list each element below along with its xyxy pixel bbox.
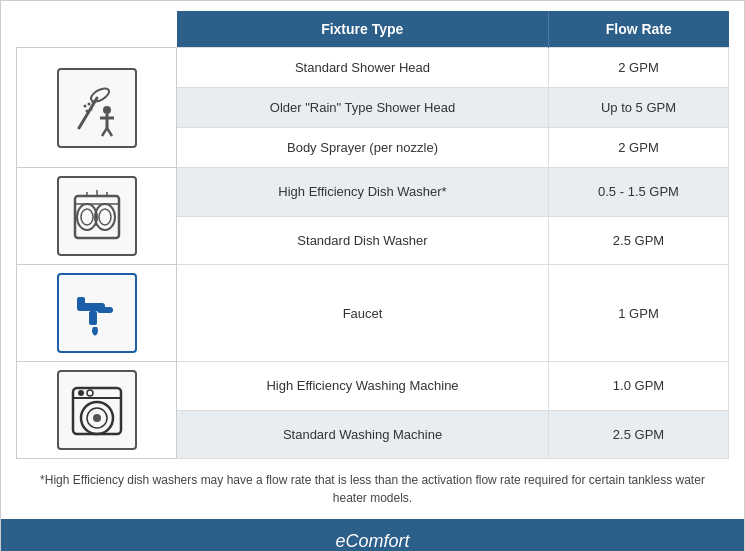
flow-rate-cell: 2 GPM (549, 128, 729, 168)
shower-icon-box (57, 68, 137, 148)
svg-point-2 (103, 106, 111, 114)
table-row: Faucet 1 GPM (17, 265, 729, 362)
flow-rate-cell: 1.0 GPM (549, 362, 729, 411)
svg-point-27 (78, 390, 84, 396)
fixture-name-cell: High Efficiency Washing Machine (177, 362, 549, 411)
shower-icon (67, 78, 127, 138)
table-row: High Efficiency Washing Machine 1.0 GPM (17, 362, 729, 411)
svg-point-11 (89, 107, 92, 110)
washer-icon-box (57, 370, 137, 450)
icon-col-header (17, 11, 177, 48)
svg-point-8 (87, 102, 90, 105)
svg-rect-23 (89, 311, 97, 325)
faucet-icon-cell (17, 265, 177, 362)
svg-rect-22 (97, 307, 113, 313)
fixture-name-cell: Standard Shower Head (177, 48, 549, 88)
svg-point-31 (93, 414, 101, 422)
svg-point-9 (91, 100, 94, 103)
svg-point-10 (85, 109, 88, 112)
fixture-name-cell: Faucet (177, 265, 549, 362)
table-row: Standard Shower Head 2 GPM (17, 48, 729, 88)
main-container: eCOMFORT.com Fixture Type Flow Rate (0, 0, 745, 551)
svg-line-5 (102, 128, 107, 136)
fixture-name-cell: Older "Rain" Type Shower Head (177, 88, 549, 128)
svg-rect-24 (77, 297, 85, 307)
fixture-name-cell: Standard Washing Machine (177, 410, 549, 459)
svg-line-6 (107, 128, 112, 136)
footer: eComfort (1, 519, 744, 551)
faucet-icon-box (57, 273, 137, 353)
dishwasher-icon-box (57, 176, 137, 256)
flow-rate-cell: 2.5 GPM (549, 216, 729, 265)
svg-point-16 (99, 209, 111, 225)
fixture-name-cell: High Efficiency Dish Washer* (177, 168, 549, 217)
flow-rate-header: Flow Rate (549, 11, 729, 48)
flow-rate-cell: 1 GPM (549, 265, 729, 362)
dishwasher-icon-cell (17, 168, 177, 265)
fixture-table: Fixture Type Flow Rate (16, 11, 729, 519)
faucet-icon (67, 283, 127, 343)
note-row: *High Efficiency dish washers may have a… (17, 459, 729, 520)
shower-icon-cell (17, 48, 177, 168)
washer-icon (67, 380, 127, 440)
fixture-type-header: Fixture Type (177, 11, 549, 48)
dishwasher-icon (67, 186, 127, 246)
svg-point-7 (83, 104, 86, 107)
fixture-name-cell: Body Sprayer (per nozzle) (177, 128, 549, 168)
note-cell: *High Efficiency dish washers may have a… (17, 459, 729, 520)
flow-rate-cell: 2 GPM (549, 48, 729, 88)
flow-rate-cell: Up to 5 GPM (549, 88, 729, 128)
washer-icon-cell (17, 362, 177, 459)
table-row: High Efficiency Dish Washer* 0.5 - 1.5 G… (17, 168, 729, 217)
fixture-name-cell: Standard Dish Washer (177, 216, 549, 265)
svg-point-14 (81, 209, 93, 225)
svg-point-28 (87, 390, 93, 396)
flow-rate-cell: 2.5 GPM (549, 410, 729, 459)
flow-rate-cell: 0.5 - 1.5 GPM (549, 168, 729, 217)
table-wrapper: eCOMFORT.com Fixture Type Flow Rate (1, 1, 744, 519)
